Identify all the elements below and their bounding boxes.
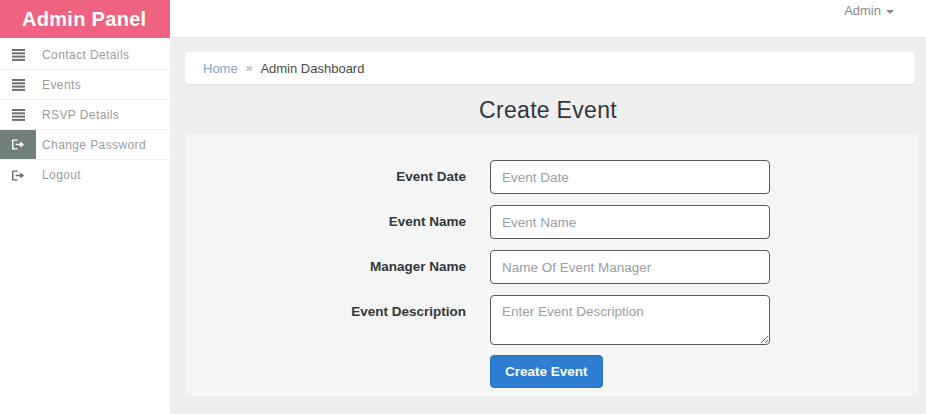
sidebar-item-logout[interactable]: Logout (0, 160, 170, 190)
sidebar-item-label: Logout (36, 160, 81, 190)
form-row-event-name: Event Name (186, 205, 918, 239)
admin-dropdown[interactable]: Admin (844, 3, 894, 18)
event-date-label: Event Date (186, 160, 466, 184)
sidebar-item-label: RSVP Details (36, 100, 119, 129)
breadcrumb: Home » Admin Dashboard (185, 52, 915, 84)
form-row-event-description: Event Description (186, 295, 918, 349)
manager-name-input[interactable] (490, 250, 770, 284)
header: Admin Panel Admin (0, 0, 926, 38)
sign-out-icon (0, 160, 36, 190)
brand-title: Admin Panel (0, 0, 170, 38)
form-row-manager-name: Manager Name (186, 250, 918, 284)
sidebar-item-events[interactable]: Events (0, 70, 170, 100)
caret-down-icon (886, 10, 894, 14)
sidebar-item-label: Contact Details (36, 40, 129, 69)
form-actions: Create Event (186, 355, 918, 388)
create-event-button[interactable]: Create Event (490, 355, 603, 388)
list-icon (0, 40, 36, 69)
sidebar-item-change-password[interactable]: Change Password (0, 130, 170, 160)
main-content: Home » Admin Dashboard Create Event Even… (170, 38, 926, 414)
breadcrumb-separator: » (246, 61, 253, 75)
list-icon (0, 100, 36, 129)
admin-dropdown-label: Admin (844, 3, 881, 18)
event-description-label: Event Description (186, 295, 466, 319)
breadcrumb-home-link[interactable]: Home (203, 61, 238, 76)
sidebar-item-label: Change Password (36, 130, 146, 159)
event-name-input[interactable] (490, 205, 770, 239)
sidebar-item-label: Events (36, 70, 81, 99)
form-row-event-date: Event Date (186, 160, 918, 194)
sidebar-item-contact-details[interactable]: Contact Details (0, 40, 170, 70)
sidebar-item-rsvp-details[interactable]: RSVP Details (0, 100, 170, 130)
event-name-label: Event Name (186, 205, 466, 229)
breadcrumb-current: Admin Dashboard (260, 61, 364, 76)
manager-name-label: Manager Name (186, 250, 466, 274)
top-navbar: Admin (170, 0, 926, 38)
event-description-textarea[interactable] (490, 295, 770, 345)
create-event-form: Event Date Event Name Manager Name (186, 134, 918, 396)
event-date-input[interactable] (490, 160, 770, 194)
list-icon (0, 70, 36, 99)
app-window: Admin Panel Admin Contact Details (0, 0, 926, 414)
page-title: Create Event (170, 97, 926, 124)
sign-out-icon (0, 130, 36, 159)
sidebar: Contact Details Events (0, 38, 170, 414)
